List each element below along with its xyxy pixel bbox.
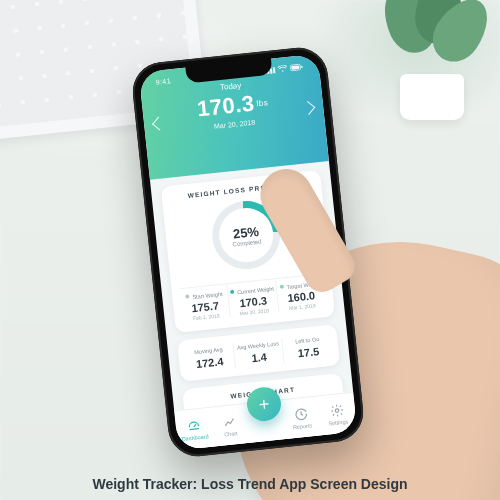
tab-dashboard[interactable]: Dashboard bbox=[174, 408, 214, 451]
avg-weekly-loss: Avg Weekly Loss 1.4 bbox=[233, 338, 285, 368]
svg-rect-1 bbox=[291, 65, 299, 69]
history-icon bbox=[294, 406, 309, 421]
moving-avg: Moving Avg 172.4 bbox=[184, 343, 236, 373]
chart-icon bbox=[222, 414, 237, 429]
gear-icon bbox=[329, 402, 344, 417]
stats-card: Moving Avg 172.4 Avg Weekly Loss 1.4 Lef… bbox=[177, 324, 340, 381]
battery-icon bbox=[290, 63, 304, 71]
status-time: 9:41 bbox=[155, 77, 171, 86]
wifi-icon bbox=[278, 65, 288, 73]
gauge-icon bbox=[186, 417, 201, 432]
svg-rect-2 bbox=[301, 66, 303, 68]
plus-icon: + bbox=[258, 393, 271, 415]
tab-chart[interactable]: Chart bbox=[210, 404, 250, 447]
svg-point-23 bbox=[335, 408, 339, 412]
left-to-go: Left to Go 17.5 bbox=[283, 333, 334, 363]
current-weight-col: Current Weight 170.3 Mar 20, 2018 bbox=[228, 279, 280, 317]
plant-prop bbox=[372, 0, 492, 120]
image-caption: Weight Tracker: Loss Trend App Screen De… bbox=[0, 476, 500, 492]
progress-ring: 25% Completed bbox=[209, 198, 284, 273]
start-weight-col: Start Weight 175.7 Feb 1, 2018 bbox=[180, 284, 232, 322]
tab-settings[interactable]: Settings bbox=[317, 393, 357, 436]
tab-reports[interactable]: Reports bbox=[282, 397, 322, 440]
